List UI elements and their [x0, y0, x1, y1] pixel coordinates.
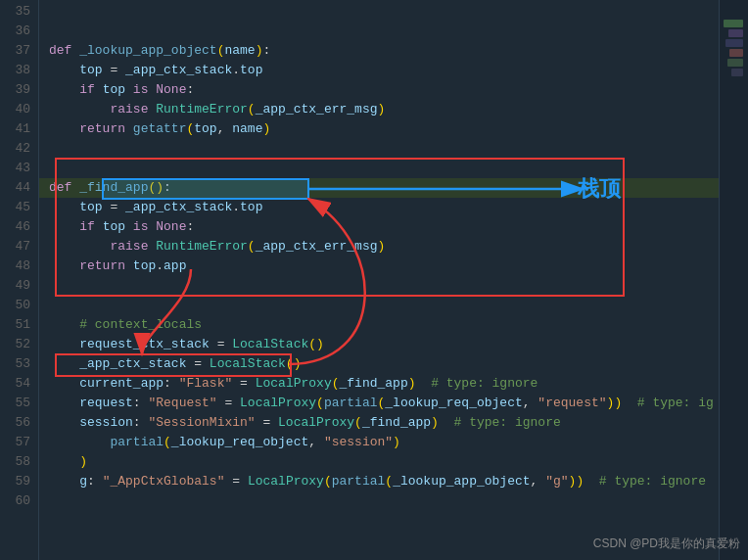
code-line: partial(_lookup_req_object, "session") — [39, 433, 719, 452]
scrollbar[interactable] — [719, 0, 748, 560]
code-line — [39, 22, 719, 41]
code-line: def _lookup_app_object(name): — [39, 41, 719, 61]
code-line: raise RuntimeError(_app_ctx_err_msg) — [39, 100, 719, 119]
label-zhanding: 栈顶 — [578, 174, 621, 204]
code-line — [39, 2, 719, 22]
watermark: CSDN @PD我是你的真爱粉 — [593, 536, 740, 552]
code-line-53: _app_ctx_stack = LocalStack() — [39, 354, 719, 374]
code-line: return getattr(top, name) — [39, 119, 719, 139]
code-line: session: "SessionMixin" = LocalProxy(_fi… — [39, 413, 719, 433]
code-line — [39, 276, 719, 296]
code-line: raise RuntimeError(_app_ctx_err_msg) — [39, 237, 719, 257]
code-line: request_ctx_stack = LocalStack() — [39, 335, 719, 354]
code-line: top = _app_ctx_stack.top — [39, 61, 719, 80]
editor-area: 35 36 37 38 39 40 41 42 43 44 45 46 47 4… — [0, 0, 748, 560]
code-line: return top.app — [39, 257, 719, 276]
code-container: 35 36 37 38 39 40 41 42 43 44 45 46 47 4… — [0, 0, 719, 560]
code-line — [39, 491, 719, 511]
code-line — [39, 139, 719, 159]
code-lines: def _lookup_app_object(name): top = _app… — [39, 0, 719, 560]
code-line: if top is None: — [39, 80, 719, 100]
code-line: # context_locals — [39, 315, 719, 335]
code-line — [39, 296, 719, 315]
line-numbers: 35 36 37 38 39 40 41 42 43 44 45 46 47 4… — [0, 0, 39, 560]
code-line: g: "_AppCtxGlobals" = LocalProxy(partial… — [39, 472, 719, 491]
code-line: ) — [39, 452, 719, 472]
code-line: if top is None: — [39, 217, 719, 237]
code-line: request: "Request" = LocalProxy(partial(… — [39, 394, 719, 413]
code-line: current_app: "Flask" = LocalProxy(_find_… — [39, 374, 719, 394]
